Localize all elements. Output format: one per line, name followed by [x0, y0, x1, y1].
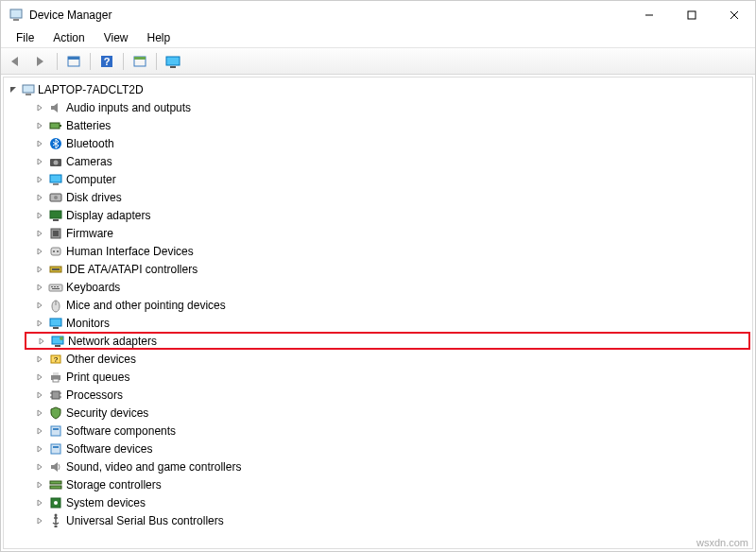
chevron-right-icon[interactable]	[34, 228, 45, 239]
category-sound[interactable]: Sound, video and game controllers	[25, 457, 750, 475]
category-firmware[interactable]: Firmware	[25, 224, 750, 242]
chevron-right-icon[interactable]	[34, 371, 45, 383]
svg-rect-57	[53, 428, 59, 430]
chevron-right-icon[interactable]	[34, 210, 45, 221]
root-node[interactable]: LAPTOP-7ADCLT2D	[8, 81, 750, 98]
svg-rect-21	[50, 175, 61, 182]
category-camera[interactable]: Cameras	[25, 152, 750, 170]
help-button[interactable]: ?	[95, 51, 118, 72]
category-label: IDE ATA/ATAPI controllers	[66, 263, 198, 276]
category-mouse[interactable]: Mice and other pointing devices	[25, 296, 750, 314]
close-button[interactable]	[713, 1, 755, 29]
svg-point-63	[54, 501, 58, 505]
software-icon	[48, 441, 63, 457]
chevron-right-icon[interactable]	[34, 156, 45, 167]
chevron-right-icon[interactable]	[34, 318, 45, 329]
chevron-right-icon[interactable]	[34, 174, 45, 185]
category-bluetooth[interactable]: Bluetooth	[25, 134, 750, 152]
category-hid[interactable]: Human Interface Devices	[25, 242, 750, 260]
svg-point-30	[53, 250, 55, 252]
chevron-right-icon[interactable]	[34, 102, 45, 113]
category-printer[interactable]: Print queues	[25, 368, 750, 386]
category-security[interactable]: Security devices	[25, 404, 750, 422]
category-label: Mice and other pointing devices	[66, 299, 226, 312]
minimize-button[interactable]	[627, 1, 670, 29]
svg-point-20	[54, 160, 59, 164]
chevron-right-icon[interactable]	[34, 479, 45, 491]
chevron-right-icon[interactable]	[34, 300, 45, 311]
chevron-right-icon[interactable]	[34, 389, 45, 401]
category-ide[interactable]: IDE ATA/ATAPI controllers	[25, 260, 750, 278]
svg-rect-38	[52, 288, 60, 289]
category-software[interactable]: Software components	[25, 422, 750, 440]
forward-button[interactable]	[29, 51, 52, 72]
chevron-right-icon[interactable]	[34, 246, 45, 257]
category-display[interactable]: Display adapters	[25, 206, 750, 224]
svg-rect-14	[23, 85, 34, 93]
menu-file[interactable]: File	[7, 29, 43, 47]
menu-help[interactable]: Help	[138, 29, 180, 47]
svg-rect-49	[53, 372, 59, 375]
chevron-right-icon[interactable]	[34, 120, 45, 131]
category-storage[interactable]: Storage controllers	[25, 475, 750, 493]
toolbar-separator	[57, 53, 58, 70]
category-audio[interactable]: Audio inputs and outputs	[25, 98, 750, 116]
menu-action[interactable]: Action	[43, 29, 94, 47]
other-icon: ?	[48, 352, 63, 367]
svg-rect-59	[53, 446, 59, 448]
svg-rect-33	[52, 268, 60, 270]
svg-rect-42	[53, 327, 59, 329]
category-network[interactable]: Network adapters	[25, 332, 750, 350]
svg-rect-26	[53, 219, 59, 221]
toolbar-separator	[90, 53, 91, 70]
chevron-right-icon[interactable]	[34, 282, 45, 293]
chevron-right-icon[interactable]	[34, 264, 45, 275]
svg-rect-25	[50, 211, 61, 218]
svg-rect-15	[26, 94, 31, 95]
category-monitor[interactable]: Monitors	[25, 314, 750, 332]
scan-hardware-button[interactable]	[129, 51, 151, 72]
svg-rect-36	[54, 286, 56, 287]
chevron-right-icon[interactable]	[36, 336, 47, 347]
category-label: Computer	[66, 173, 116, 186]
svg-rect-44	[55, 345, 60, 347]
category-other[interactable]: ?Other devices	[25, 350, 750, 368]
svg-point-45	[60, 336, 63, 340]
disk-icon	[48, 190, 63, 205]
category-computer[interactable]: Computer	[25, 170, 750, 188]
back-button[interactable]	[5, 51, 27, 72]
menu-view[interactable]: View	[94, 29, 138, 47]
category-cpu[interactable]: Processors	[25, 386, 750, 404]
svg-text:?: ?	[104, 56, 111, 67]
svg-rect-13	[170, 66, 176, 68]
chevron-right-icon[interactable]	[34, 192, 45, 203]
category-label: Human Interface Devices	[66, 245, 194, 258]
category-usb[interactable]: Universal Serial Bus controllers	[25, 511, 750, 529]
device-manager-window: Device Manager File Action View Help ? L…	[0, 0, 756, 552]
category-label: Other devices	[66, 353, 136, 366]
root-label: LAPTOP-7ADCLT2D	[38, 83, 144, 96]
show-hide-button[interactable]	[62, 51, 85, 72]
chevron-right-icon[interactable]	[34, 443, 45, 455]
maximize-button[interactable]	[670, 1, 713, 29]
chevron-right-icon[interactable]	[34, 515, 45, 526]
expand-icon[interactable]	[8, 84, 19, 95]
mouse-icon	[48, 298, 63, 313]
chevron-right-icon[interactable]	[34, 497, 45, 509]
category-battery[interactable]: Batteries	[25, 116, 750, 134]
category-software[interactable]: Software devices	[25, 440, 750, 457]
device-tree[interactable]: LAPTOP-7ADCLT2D Audio inputs and outputs…	[3, 77, 753, 549]
chevron-right-icon[interactable]	[34, 425, 45, 437]
chevron-right-icon[interactable]	[34, 354, 45, 365]
svg-rect-29	[51, 248, 60, 255]
chevron-right-icon[interactable]	[34, 461, 45, 473]
app-icon	[9, 8, 24, 23]
chevron-right-icon[interactable]	[34, 138, 45, 149]
category-disk[interactable]: Disk drives	[25, 188, 750, 206]
category-label: Audio inputs and outputs	[66, 101, 191, 114]
category-system[interactable]: System devices	[25, 493, 750, 511]
category-label: Firmware	[66, 227, 113, 240]
chevron-right-icon[interactable]	[34, 407, 45, 419]
category-keyboard[interactable]: Keyboards	[25, 278, 750, 296]
monitor-button[interactable]	[162, 51, 184, 72]
